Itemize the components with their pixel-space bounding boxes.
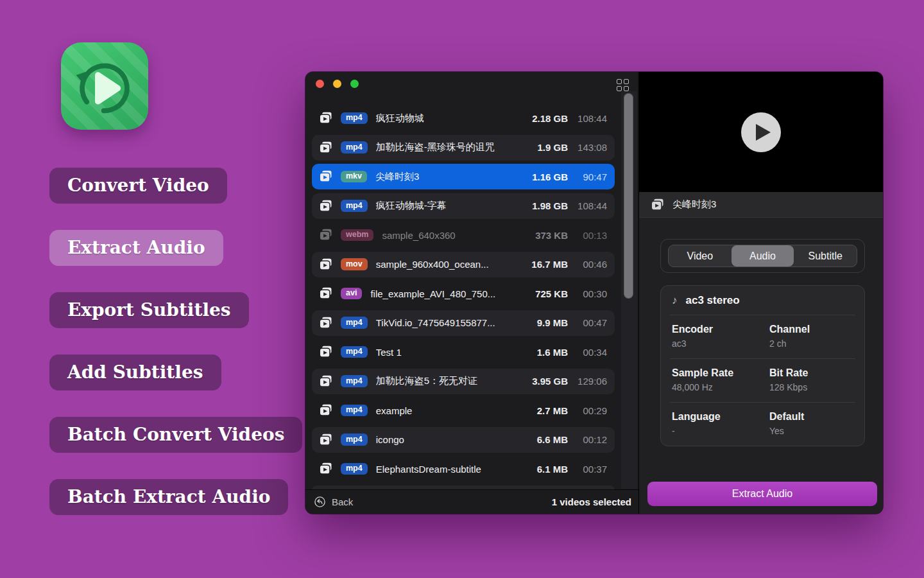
file-duration: 00:37 bbox=[577, 464, 607, 475]
extract-audio-button[interactable]: Extract Audio bbox=[647, 482, 877, 506]
format-badge: mkv bbox=[341, 171, 367, 183]
file-row-icongo[interactable]: mp4icongo6.6 MB00:12 bbox=[312, 427, 615, 453]
video-file-icon bbox=[319, 434, 334, 446]
file-duration: 129:06 bbox=[577, 376, 607, 387]
file-name: 加勒比海盗-黑珍珠号的诅咒 bbox=[376, 141, 531, 153]
field-value: ac3 bbox=[672, 338, 769, 349]
play-button-icon[interactable] bbox=[741, 112, 781, 152]
preview-title: 尖峰时刻3 bbox=[672, 198, 716, 211]
file-size: 1.6 MB bbox=[537, 347, 568, 358]
audio-field-row: Sample Rate48,000 HzBit Rate128 Kbps bbox=[661, 359, 864, 402]
file-name: 尖峰时刻3 bbox=[375, 171, 526, 183]
format-badge: mp4 bbox=[341, 375, 368, 387]
video-file-icon bbox=[319, 404, 334, 417]
file-row-item[interactable]: mp4疯狂动物城2.18 GB108:44 bbox=[312, 105, 615, 131]
detail-pane: 尖峰时刻3 VideoAudioSubtitle ♪ ac3 stereo En… bbox=[638, 72, 883, 514]
window-controls bbox=[316, 80, 359, 88]
grid-view-icon[interactable] bbox=[617, 79, 629, 91]
sidebar-button-add-subtitles[interactable]: Add Subtitles bbox=[49, 355, 221, 390]
minimize-window-icon[interactable] bbox=[333, 80, 341, 88]
tab-audio[interactable]: Audio bbox=[732, 245, 794, 267]
file-row-example[interactable]: mp4example2.7 MB00:29 bbox=[312, 398, 615, 423]
file-name: sample_640x360 bbox=[382, 230, 529, 241]
file-size: 373 KB bbox=[535, 230, 568, 241]
video-preview bbox=[639, 72, 883, 192]
field-sample-rate: Sample Rate48,000 Hz bbox=[672, 367, 769, 392]
sidebar-button-batch-convert-videos[interactable]: Batch Convert Videos bbox=[49, 417, 302, 453]
sidebar: Convert VideoExtract AudioExport Subtitl… bbox=[49, 168, 302, 515]
field-label: Default bbox=[769, 411, 853, 423]
format-badge: mp4 bbox=[341, 317, 368, 329]
file-name: Test 1 bbox=[376, 347, 531, 358]
video-file-icon bbox=[319, 141, 334, 154]
field-language: Language- bbox=[672, 411, 769, 436]
zoom-window-icon[interactable] bbox=[350, 80, 359, 88]
video-file-icon bbox=[319, 346, 334, 358]
file-row-file-example-avi-480-750[interactable]: avifile_example_AVI_480_750...725 KB00:3… bbox=[312, 281, 615, 306]
file-row-elephantsdream-subtitle[interactable]: mp4ElephantsDream-subtitle6.1 MB00:37 bbox=[312, 456, 615, 482]
audio-field-row: Language-DefaultYes bbox=[661, 403, 864, 446]
video-file-icon bbox=[319, 170, 334, 183]
file-row-item[interactable]: mp4疯狂动物城-字幕1.98 GB108:44 bbox=[312, 193, 615, 219]
file-row-item[interactable]: mp4加勒比海盗-黑珍珠号的诅咒1.9 GB143:08 bbox=[312, 135, 615, 161]
audio-track-title: ac3 stereo bbox=[686, 294, 740, 307]
file-row-sample-640x360[interactable]: webmsample_640x360373 KB00:13 bbox=[312, 222, 615, 248]
app-logo-play-icon bbox=[67, 49, 142, 123]
tab-subtitle[interactable]: Subtitle bbox=[794, 245, 857, 267]
file-name: 疯狂动物城-字幕 bbox=[376, 200, 526, 212]
sidebar-button-export-subtitles[interactable]: Export Subtitles bbox=[49, 292, 249, 328]
file-row-5[interactable]: mp4加勒比海盗5：死无对证3.95 GB129:06 bbox=[312, 369, 615, 394]
file-name: sample_960x400_ocean... bbox=[376, 259, 526, 270]
app-window: mp4疯狂动物城2.18 GB108:44 mp4加勒比海盗-黑珍珠号的诅咒1.… bbox=[305, 72, 883, 514]
preview-title-bar: 尖峰时刻3 bbox=[639, 192, 883, 218]
field-value: Yes bbox=[769, 426, 853, 436]
field-value: - bbox=[672, 426, 769, 436]
file-size: 2.18 GB bbox=[532, 113, 568, 124]
file-duration: 108:44 bbox=[577, 113, 607, 124]
field-label: Channel bbox=[769, 324, 853, 335]
tab-video[interactable]: Video bbox=[669, 245, 732, 267]
stream-tabs: VideoAudioSubtitle bbox=[668, 245, 857, 267]
file-size: 6.6 MB bbox=[537, 434, 568, 445]
file-row-tikvid-io-7475649155877[interactable]: mp4TikVid.io_7475649155877...9.9 MB00:47 bbox=[312, 310, 615, 336]
scrollbar-track[interactable] bbox=[621, 91, 637, 489]
file-duration: 00:13 bbox=[577, 230, 607, 241]
file-size: 9.9 MB bbox=[537, 317, 568, 328]
sidebar-button-batch-extract-audio[interactable]: Batch Extract Audio bbox=[49, 479, 288, 515]
format-badge: mp4 bbox=[341, 405, 368, 417]
file-duration: 00:34 bbox=[577, 347, 607, 358]
selected-count: 1 videos selected bbox=[552, 496, 631, 507]
field-channel: Channel2 ch bbox=[769, 324, 853, 349]
format-badge: mp4 bbox=[341, 200, 368, 212]
format-badge: webm bbox=[341, 229, 373, 241]
sidebar-button-extract-audio[interactable]: Extract Audio bbox=[49, 230, 223, 266]
format-badge: mp4 bbox=[341, 463, 368, 475]
audio-info-header: ♪ ac3 stereo bbox=[661, 286, 864, 315]
file-name: TikVid.io_7475649155877... bbox=[376, 317, 531, 328]
stream-tabs-card: VideoAudioSubtitle bbox=[660, 239, 865, 273]
file-list-pane: mp4疯狂动物城2.18 GB108:44 mp4加勒比海盗-黑珍珠号的诅咒1.… bbox=[305, 72, 638, 514]
audio-field-row: Encoderac3Channel2 ch bbox=[661, 315, 864, 358]
music-note-icon: ♪ bbox=[672, 294, 678, 307]
format-badge: mp4 bbox=[341, 434, 368, 446]
app-logo bbox=[61, 42, 148, 130]
scrollbar-thumb[interactable] bbox=[624, 93, 633, 299]
sidebar-button-convert-video[interactable]: Convert Video bbox=[49, 168, 227, 204]
format-badge: mp4 bbox=[341, 141, 368, 153]
file-name: 疯狂动物城 bbox=[376, 112, 526, 125]
field-value: 2 ch bbox=[769, 338, 853, 349]
back-icon bbox=[314, 496, 326, 508]
file-size: 3.95 GB bbox=[532, 376, 568, 387]
file-name: 加勒比海盗5：死无对证 bbox=[376, 375, 526, 387]
file-row-test-1[interactable]: mp4Test 11.6 MB00:34 bbox=[312, 339, 615, 365]
format-badge: mp4 bbox=[341, 346, 368, 358]
file-duration: 108:44 bbox=[577, 200, 607, 211]
close-window-icon[interactable] bbox=[316, 80, 324, 88]
video-file-icon bbox=[319, 258, 334, 271]
file-duration: 90:47 bbox=[577, 171, 607, 182]
field-label: Bit Rate bbox=[769, 367, 853, 379]
file-row-3[interactable]: mkv尖峰时刻31.16 GB90:47 bbox=[312, 164, 615, 189]
video-file-icon bbox=[319, 200, 334, 213]
file-row-sample-960x400-ocean[interactable]: movsample_960x400_ocean...16.7 MB00:46 bbox=[312, 252, 615, 277]
back-button[interactable]: Back bbox=[314, 496, 353, 508]
